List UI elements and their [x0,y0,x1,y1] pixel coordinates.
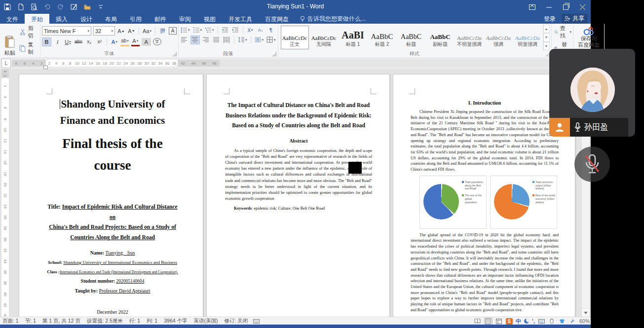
copy-button[interactable]: 复制 [19,41,38,56]
change-case-button[interactable]: Aa▾ [142,27,152,35]
paragraph-dialog-launcher[interactable] [272,52,276,56]
style-item[interactable]: AaBbCcDc 正文 [281,26,309,49]
ribbon-tab[interactable]: 引用 [123,14,148,24]
cut-button[interactable]: 剪切 [19,25,38,39]
style-item[interactable]: AaBbCcDa 明显强调 [514,26,542,49]
status-segment[interactable]: 3964 个字 [164,318,187,325]
punctuation-icon[interactable]: ’, [532,318,535,324]
multilevel-list-button[interactable]: ▾ [204,26,215,34]
population-chart-frame[interactable]: Total population along the Belt and Road… [419,176,487,229]
sort-button[interactable]: A↓ [257,26,265,34]
find-button[interactable]: 查找▾ [554,25,572,39]
distribute-button[interactable] [223,36,231,44]
shading-button[interactable]: ▾ [254,36,265,44]
ribbon-tab[interactable]: 开发工具 [222,14,259,24]
italic-button[interactable]: I [53,38,62,46]
shrink-font-button[interactable]: A▼ [127,27,136,35]
hand-tool-icon[interactable] [548,318,556,325]
style-item[interactable]: AaBI 标题 1 [339,26,367,49]
align-center-button[interactable] [190,36,200,44]
skin-shirt-icon[interactable] [559,318,566,325]
ribbon-tab[interactable]: 插入 [49,14,74,24]
status-segment[interactable]: 设置值: 2.5厘米 [87,318,123,325]
character-border-button[interactable]: A [169,27,177,35]
enclose-character-button[interactable]: 字 [153,38,161,45]
text-effects-button[interactable]: A▾ [110,38,118,46]
bold-button[interactable]: B [42,37,51,46]
status-segment[interactable]: 页面: 1 [2,318,19,325]
ribbon-tab[interactable]: 邮件 [148,14,173,24]
grow-font-button[interactable]: A▲ [117,27,125,35]
document-page-3[interactable]: I. Introduction Chinese President Xi Jin… [393,74,575,317]
subscript-button[interactable]: x₂ [85,38,93,46]
left-indent-marker[interactable] [43,66,48,69]
styles-scroll-down-icon[interactable]: ▼ [543,33,550,41]
ribbon-tab[interactable]: 布局 [99,14,123,24]
phonetic-guide-button[interactable]: 拼 [158,27,167,35]
ribbon-tab[interactable]: 设计 [74,14,99,24]
share-button[interactable]: 共享 [562,14,588,24]
align-left-button[interactable] [180,36,189,44]
tab-stop-selector[interactable]: L [1,59,11,68]
increase-indent-button[interactable] [231,26,240,34]
font-size-combo[interactable]: 32▾ [93,26,115,36]
document-page-1[interactable]: Shandong University ofFinance and Econom… [19,74,203,317]
signin-button[interactable]: 登录 [544,15,556,23]
font-color-button[interactable]: A▾ [131,37,140,46]
scrollbar-down-icon[interactable] [582,308,589,317]
strikethrough-button[interactable]: abc [74,38,83,46]
align-right-button[interactable] [202,36,210,44]
tell-me-box[interactable]: 告诉我您想要做什么... [295,14,371,24]
web-layout-icon[interactable] [495,318,503,325]
ribbon-tab[interactable]: 视图 [197,14,222,24]
fullwidth-moon-icon[interactable] [524,319,529,324]
status-segment[interactable]: 第 1 页, 共 12 页 [42,318,80,325]
status-segment[interactable]: 修订: 关闭 [225,318,248,325]
line-spacing-button[interactable]: ▾ [237,36,248,44]
save-to-baidu-button[interactable]: 保存到 百度网盘 [575,25,603,50]
first-line-indent-marker[interactable] [43,58,47,60]
status-segment[interactable]: 行: 1 [129,318,140,325]
ribbon-tab[interactable]: 开始 [25,14,49,24]
document-page-2[interactable]: The Impact of Cultural Distance on China… [206,74,390,317]
character-shading-button[interactable]: A [142,38,151,46]
close-icon[interactable] [574,0,591,14]
style-item[interactable]: AaBbCcDa 不明显强调 [455,26,484,49]
ribbon-display-options-icon[interactable] [524,0,540,14]
font-name-combo[interactable]: Times New F▾ [42,26,91,36]
soft-keyboard-icon[interactable] [538,318,545,325]
right-indent-marker[interactable] [174,66,178,68]
microphone-muted-button[interactable] [574,146,610,182]
status-segment[interactable]: 英语(美国) [194,318,218,325]
decrease-indent-button[interactable] [221,26,229,34]
highlight-button[interactable]: ab▾ [120,37,129,46]
styles-more-icon[interactable]: ▼ [543,42,550,50]
status-segment[interactable]: 节: 1 [25,318,36,325]
style-item[interactable]: AaBbC 标题 [397,26,425,49]
font-dialog-launcher[interactable] [172,52,177,56]
zoom-level[interactable]: 60% [579,318,590,324]
chinese-mode-icon[interactable]: 中 [516,318,521,325]
minimize-icon[interactable] [540,0,557,14]
bullet-list-button[interactable]: ▾ [180,26,190,34]
numbered-list-button[interactable]: ▾ [192,26,203,34]
sogou-ime-icon[interactable]: S [506,318,513,325]
wrench-icon[interactable] [569,318,576,325]
tab-file[interactable]: 文件 [0,14,25,24]
horizontal-ruler[interactable]: 8642 2468101214161820222426283032343638 … [12,60,587,67]
print-layout-icon[interactable] [484,318,492,325]
superscript-button[interactable]: x² [95,38,104,46]
justify-button[interactable] [212,36,221,44]
restore-icon[interactable] [557,0,574,14]
asian-layout-button[interactable]: X▾ [246,26,255,34]
ribbon-tab[interactable]: 审阅 [173,14,197,24]
status-segment[interactable]: 列: 1 [147,318,157,325]
borders-button[interactable]: ▾ [266,36,276,44]
style-item[interactable]: AaBbC 副标题 [426,26,455,49]
vertical-ruler[interactable]: 42 2468101214161820222426283032343638404… [1,69,9,317]
styles-scroll-up-icon[interactable]: ▲ [543,25,550,33]
economy-chart-frame[interactable]: Total economic output (trillion dollars)… [490,176,557,229]
overtype-keyboard-icon[interactable] [253,318,260,325]
style-item[interactable]: AaBbCcDa 强调 [485,26,513,49]
ribbon-tab[interactable]: 百度网盘 [259,14,295,24]
